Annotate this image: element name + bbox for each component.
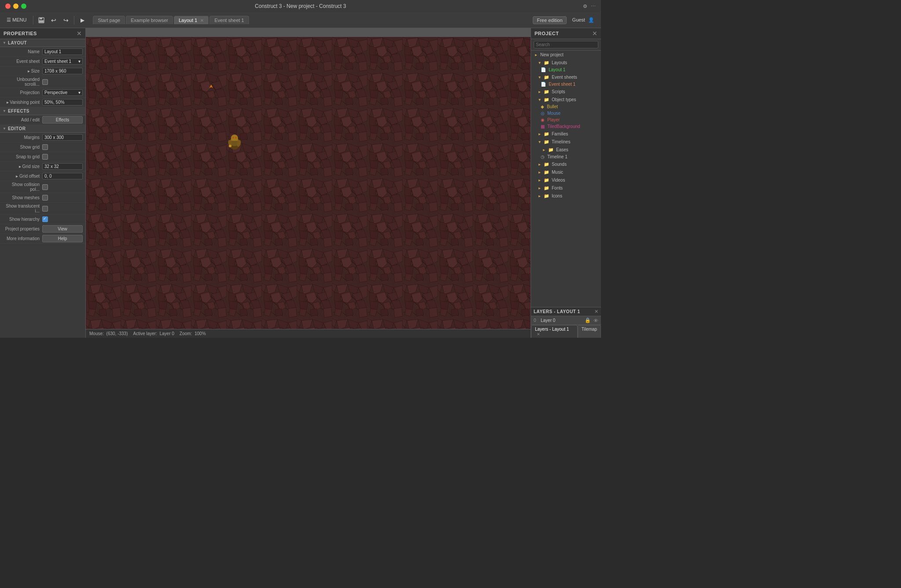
tab-example-browser[interactable]: Example browser: [126, 16, 173, 24]
grid-size-label: ▸ Grid size: [3, 164, 42, 169]
tree-item-videos[interactable]: ▸ 📁 Videos: [531, 176, 601, 184]
project-search-input[interactable]: [534, 41, 598, 48]
tree-item-player[interactable]: ◉ Player: [531, 117, 601, 123]
event-sheet-dropdown-icon: ▾: [78, 59, 81, 64]
project-panel: PROJECT ✕ ▸ New project ▾ 📁 Layouts 📄 La…: [531, 28, 601, 338]
layout-section-title: LAYOUT: [8, 40, 27, 45]
tree-item-bullet[interactable]: ◆ Bullet: [531, 103, 601, 110]
layers-panel-header: LAYERS - LAYOUT 1 ✕: [531, 307, 601, 316]
tree-item-layout1[interactable]: 📄 Layout 1: [531, 66, 601, 73]
show-translucent-checkbox[interactable]: [42, 206, 48, 212]
svg-point-29: [235, 137, 237, 139]
more-icon[interactable]: ⋯: [591, 4, 596, 9]
project-panel-header: PROJECT ✕: [531, 28, 601, 39]
size-row: ▸ Size 1708 x 960: [0, 66, 85, 76]
tree-item-event-sheets[interactable]: ▾ 📁 Event sheets: [531, 73, 601, 81]
view-button[interactable]: View: [42, 225, 83, 233]
unbounded-scroll-label: Unbounded scrolli...: [3, 77, 42, 87]
tree-item-timeline1[interactable]: ◷ Timeline 1: [531, 153, 601, 160]
project-panel-close[interactable]: ✕: [592, 30, 597, 37]
layers-panel-close[interactable]: ✕: [594, 309, 598, 314]
layout-section-header[interactable]: ▼ LAYOUT: [0, 39, 85, 47]
tree-item-timelines[interactable]: ▾ 📁 Timelines: [531, 138, 601, 146]
svg-rect-20: [86, 37, 531, 329]
guest-button[interactable]: Guest 👤: [568, 16, 598, 24]
event-sheet-select[interactable]: Event sheet 1 ▾: [42, 58, 83, 65]
tree-item-sounds[interactable]: ▸ 📁 Sounds: [531, 160, 601, 168]
tree-item-mouse[interactable]: ◎ Mouse: [531, 110, 601, 117]
size-expand-icon: ▸: [28, 69, 30, 73]
tree-item-event-sheet1[interactable]: 📄 Event sheet 1: [531, 81, 601, 88]
show-meshes-checkbox[interactable]: [42, 195, 48, 201]
properties-panel-close[interactable]: ✕: [77, 30, 82, 37]
maximize-button[interactable]: [21, 4, 26, 9]
tree-item-music[interactable]: ▸ 📁 Music: [531, 168, 601, 176]
scripts-folder-icon: ▸: [536, 88, 542, 95]
projection-select[interactable]: Perspective ▾: [42, 89, 83, 96]
layout-canvas[interactable]: [86, 37, 531, 329]
editor-section-header[interactable]: ▼ EDITOR: [0, 125, 85, 133]
size-value[interactable]: 1708 x 960: [42, 68, 83, 74]
tree-item-tiledbg[interactable]: ▦ TiledBackground: [531, 123, 601, 130]
vanishing-point-value[interactable]: 50%, 50%: [42, 99, 83, 106]
tree-item-families[interactable]: ▸ 📁 Families: [531, 130, 601, 138]
settings-icon[interactable]: ⚙: [583, 4, 587, 9]
undo-button[interactable]: ↩: [48, 15, 59, 26]
fonts-dir-icon: 📁: [544, 186, 549, 190]
tab-start-page[interactable]: Start page: [93, 16, 125, 24]
snap-to-grid-checkbox[interactable]: [42, 154, 48, 160]
layer-0-row[interactable]: 0 Layer 0 🔒 👁: [531, 316, 601, 325]
tree-item-layouts[interactable]: ▾ 📁 Layouts: [531, 58, 601, 66]
tree-item-object-types[interactable]: ▾ 📁 Object types: [531, 95, 601, 103]
tab-event-sheet[interactable]: Event sheet 1: [209, 16, 249, 24]
margins-value[interactable]: 300 x 300: [42, 134, 83, 141]
menu-button[interactable]: ☰ MENU: [3, 16, 30, 24]
unbounded-scroll-checkbox[interactable]: [42, 79, 48, 85]
project-properties-label: Project properties: [3, 226, 42, 231]
event-sheet1-icon: 📄: [541, 82, 546, 87]
fonts-folder-icon: ▸: [536, 185, 542, 191]
grid-size-value[interactable]: 32 x 32: [42, 163, 83, 170]
editor-section-title: EDITOR: [8, 126, 26, 131]
mouse-status: Mouse: (630, -333): [89, 331, 128, 336]
free-edition-button[interactable]: Free edition: [533, 16, 566, 24]
titlebar-right-controls: ⚙ ⋯: [583, 4, 596, 9]
layout-name-value[interactable]: Layout 1: [42, 48, 83, 55]
save-button[interactable]: [36, 15, 47, 26]
show-collision-checkbox[interactable]: [42, 184, 48, 190]
close-button[interactable]: [5, 4, 11, 9]
tree-item-new-project[interactable]: ▸ New project: [531, 51, 601, 58]
tree-item-eases[interactable]: ▸ 📁 Eases: [531, 146, 601, 153]
show-grid-label: Show grid: [3, 145, 42, 150]
effects-section-header[interactable]: ▼ EFFECTS: [0, 107, 85, 115]
snap-to-grid-row: Snap to grid: [0, 152, 85, 162]
traffic-lights: [5, 4, 26, 9]
bottom-tab-tilemap[interactable]: Tilemap: [578, 325, 601, 338]
object-types-dir-icon: 📁: [544, 97, 549, 102]
project-panel-title: PROJECT: [535, 31, 559, 36]
grid-offset-value[interactable]: 0, 0: [42, 173, 83, 179]
tree-item-icons[interactable]: ▸ 📁 Icons: [531, 192, 601, 200]
play-button[interactable]: ▶: [77, 15, 88, 26]
canvas-area[interactable]: Mouse: (630, -333) Active layer: Layer 0…: [86, 28, 531, 338]
bottom-tab-layers[interactable]: Layers - Layout 1 ✕: [531, 325, 578, 338]
layer-lock-icon[interactable]: 🔒: [585, 318, 591, 323]
show-hierarchy-checkbox[interactable]: [42, 216, 48, 222]
svg-point-27: [229, 145, 231, 147]
effects-button[interactable]: Effects: [42, 116, 83, 124]
unbounded-scroll-row: Unbounded scrolli...: [0, 76, 85, 88]
show-grid-checkbox[interactable]: [42, 144, 48, 150]
tree-item-scripts[interactable]: ▸ 📁 Scripts: [531, 88, 601, 95]
layers-panel-title: LAYERS - LAYOUT 1: [534, 309, 580, 314]
layer-visibility-icon[interactable]: 👁: [593, 318, 598, 323]
guest-icon: 👤: [588, 17, 594, 22]
minimize-button[interactable]: [13, 4, 18, 9]
svg-rect-24: [231, 141, 238, 146]
redo-button[interactable]: ↪: [61, 15, 71, 26]
help-button[interactable]: Help: [42, 235, 83, 242]
project-properties-row: Project properties View: [0, 224, 85, 234]
bottom-tab-layers-close[interactable]: ✕: [537, 332, 540, 336]
tab-layout1[interactable]: Layout 1 ✕: [174, 16, 209, 24]
tree-item-fonts[interactable]: ▸ 📁 Fonts: [531, 184, 601, 192]
tab-layout1-close[interactable]: ✕: [200, 18, 204, 23]
